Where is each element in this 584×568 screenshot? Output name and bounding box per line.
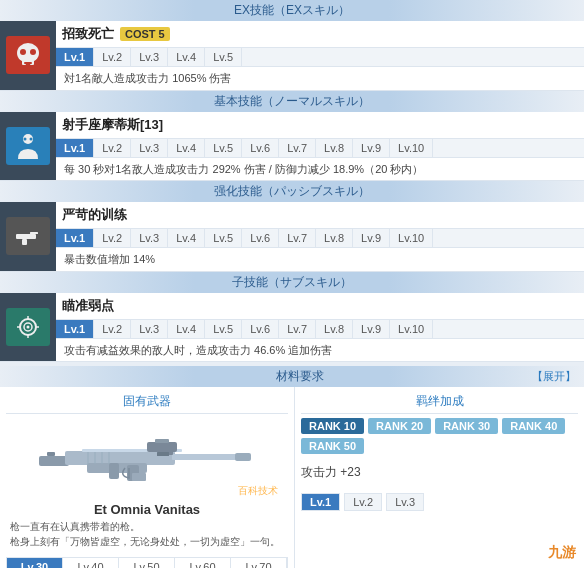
- normal-lv-7[interactable]: Lv.7: [279, 139, 316, 157]
- passive-skill-row: 严苛的训练 Lv.1 Lv.2 Lv.3 Lv.4 Lv.5 Lv.6 Lv.7…: [0, 202, 584, 272]
- normal-lv-2[interactable]: Lv.2: [94, 139, 131, 157]
- passive-lv-2[interactable]: Lv.2: [94, 229, 131, 247]
- sub-skill-desc: 攻击有减益效果的敌人时，造成攻击力 46.6% 追加伤害: [56, 339, 584, 362]
- normal-lv-6[interactable]: Lv.6: [242, 139, 279, 157]
- ex-skill-header: EX技能（EXスキル）: [0, 0, 584, 21]
- ex-skill-section: EX技能（EXスキル） 招致死亡 COST 5 Lv.1: [0, 0, 584, 91]
- ex-lv-1[interactable]: Lv.1: [56, 48, 94, 66]
- sub-skill-name: 瞄准弱点: [62, 297, 114, 315]
- weapon-lv-40[interactable]: Lv.40: [63, 558, 119, 568]
- ex-skill-name: 招致死亡: [62, 25, 114, 43]
- weapon-panel-title: 固有武器: [6, 393, 288, 414]
- rank-lv-2[interactable]: Lv.2: [344, 493, 382, 511]
- passive-skill-header: 强化技能（パッシブスキル）: [0, 181, 584, 202]
- normal-skill-desc: 每 30 秒对1名敌人造成攻击力 292% 伤害 / 防御力减少 18.9%（2…: [56, 158, 584, 181]
- ex-lv-2[interactable]: Lv.2: [94, 48, 131, 66]
- weapon-lv-50[interactable]: Lv.50: [119, 558, 175, 568]
- weapon-panel: 固有武器: [0, 387, 295, 568]
- svg-rect-11: [22, 239, 27, 245]
- rank-badge-30[interactable]: RANK 30: [435, 418, 498, 434]
- ex-skill-name-row: 招致死亡 COST 5: [56, 21, 584, 47]
- ex-skill-icon-img: [6, 36, 50, 74]
- sub-lv-7[interactable]: Lv.7: [279, 320, 316, 338]
- weapon-lv-60[interactable]: Lv.60: [175, 558, 231, 568]
- passive-lv-9[interactable]: Lv.9: [353, 229, 390, 247]
- passive-lv-4[interactable]: Lv.4: [168, 229, 205, 247]
- svg-rect-25: [172, 454, 242, 460]
- sub-skill-content: 瞄准弱点 Lv.1 Lv.2 Lv.3 Lv.4 Lv.5 Lv.6 Lv.7 …: [56, 293, 584, 362]
- passive-skill-content: 严苛的训练 Lv.1 Lv.2 Lv.3 Lv.4 Lv.5 Lv.6 Lv.7…: [56, 202, 584, 271]
- sub-skill-lv-row: Lv.1 Lv.2 Lv.3 Lv.4 Lv.5 Lv.6 Lv.7 Lv.8 …: [56, 319, 584, 339]
- passive-lv-3[interactable]: Lv.3: [131, 229, 168, 247]
- sub-skill-icon: [0, 293, 56, 362]
- normal-lv-3[interactable]: Lv.3: [131, 139, 168, 157]
- svg-rect-9: [16, 234, 36, 239]
- passive-skill-lv-row: Lv.1 Lv.2 Lv.3 Lv.4 Lv.5 Lv.6 Lv.7 Lv.8 …: [56, 228, 584, 248]
- normal-lv-9[interactable]: Lv.9: [353, 139, 390, 157]
- materials-title: 材料要求: [68, 368, 532, 385]
- ex-lv-3[interactable]: Lv.3: [131, 48, 168, 66]
- sub-lv-8[interactable]: Lv.8: [316, 320, 353, 338]
- sub-lv-9[interactable]: Lv.9: [353, 320, 390, 338]
- rank-panel-title: 羁绊加成: [301, 393, 578, 414]
- ex-skill-lv-row: Lv.1 Lv.2 Lv.3 Lv.4 Lv.5: [56, 47, 584, 67]
- passive-skill-name: 严苛的训练: [62, 206, 127, 224]
- weapon-desc: 枪一直有在认真携带着的枪。 枪身上刻有「万物皆虚空，无论身处处，一切为虚空」一句…: [6, 519, 288, 549]
- weapon-name: Et Omnia Vanitas: [6, 502, 288, 517]
- svg-point-4: [30, 49, 36, 55]
- sub-lv-3[interactable]: Lv.3: [131, 320, 168, 338]
- sub-lv-4[interactable]: Lv.4: [168, 320, 205, 338]
- normal-skill-content: 射手座摩蒂斯[13] Lv.1 Lv.2 Lv.3 Lv.4 Lv.5 Lv.6…: [56, 112, 584, 181]
- passive-skill-icon-img: [6, 217, 50, 255]
- sub-skill-header: 子技能（サブスキル）: [0, 272, 584, 293]
- weapon-lv-70[interactable]: Lv.70: [231, 558, 287, 568]
- passive-skill-icon: [0, 202, 56, 271]
- normal-skill-icon-img: [6, 127, 50, 165]
- passive-skill-desc: 暴击数值增加 14%: [56, 248, 584, 271]
- sub-lv-2[interactable]: Lv.2: [94, 320, 131, 338]
- svg-point-7: [24, 137, 27, 140]
- weapon-lv-30[interactable]: Lv.30: [7, 558, 63, 568]
- passive-lv-7[interactable]: Lv.7: [279, 229, 316, 247]
- rank-lv-3[interactable]: Lv.3: [386, 493, 424, 511]
- sub-lv-6[interactable]: Lv.6: [242, 320, 279, 338]
- materials-header: 材料要求 【展开】: [0, 366, 584, 387]
- unfold-button[interactable]: 【展开】: [532, 369, 576, 384]
- normal-lv-5[interactable]: Lv.5: [205, 139, 242, 157]
- rank-badge-10[interactable]: RANK 10: [301, 418, 364, 434]
- normal-lv-10[interactable]: Lv.10: [390, 139, 433, 157]
- normal-skill-header: 基本技能（ノーマルスキル）: [0, 91, 584, 112]
- normal-lv-4[interactable]: Lv.4: [168, 139, 205, 157]
- passive-lv-10[interactable]: Lv.10: [390, 229, 433, 247]
- svg-rect-34: [101, 452, 103, 464]
- rank-badge-20[interactable]: RANK 20: [368, 418, 431, 434]
- passive-lv-1[interactable]: Lv.1: [56, 229, 94, 247]
- ex-lv-4[interactable]: Lv.4: [168, 48, 205, 66]
- rank-panel: 羁绊加成 RANK 10 RANK 20 RANK 30 RANK 40 RAN…: [295, 387, 584, 568]
- sub-skill-row: 瞄准弱点 Lv.1 Lv.2 Lv.3 Lv.4 Lv.5 Lv.6 Lv.7 …: [0, 293, 584, 363]
- sub-lv-1[interactable]: Lv.1: [56, 320, 94, 338]
- passive-lv-5[interactable]: Lv.5: [205, 229, 242, 247]
- normal-skill-name: 射手座摩蒂斯[13]: [62, 116, 163, 134]
- sub-lv-10[interactable]: Lv.10: [390, 320, 433, 338]
- svg-rect-29: [155, 439, 169, 443]
- materials-section: 材料要求 【展开】 固有武器: [0, 366, 584, 568]
- passive-lv-8[interactable]: Lv.8: [316, 229, 353, 247]
- materials-body: 固有武器: [0, 387, 584, 568]
- rank-badge-50[interactable]: RANK 50: [301, 438, 364, 454]
- rank-lv-row: Lv.1 Lv.2 Lv.3: [301, 493, 578, 511]
- normal-lv-1[interactable]: Lv.1: [56, 139, 94, 157]
- ex-lv-5[interactable]: Lv.5: [205, 48, 242, 66]
- sub-lv-5[interactable]: Lv.5: [205, 320, 242, 338]
- normal-lv-8[interactable]: Lv.8: [316, 139, 353, 157]
- rank-stat: 攻击力 +23: [301, 460, 578, 485]
- rank-lv-1[interactable]: Lv.1: [301, 493, 340, 511]
- rank-badge-40[interactable]: RANK 40: [502, 418, 565, 434]
- svg-rect-31: [157, 452, 169, 456]
- passive-lv-6[interactable]: Lv.6: [242, 229, 279, 247]
- normal-skill-lv-row: Lv.1 Lv.2 Lv.3 Lv.4 Lv.5 Lv.6 Lv.7 Lv.8 …: [56, 138, 584, 158]
- svg-rect-19: [39, 456, 69, 466]
- svg-rect-36: [109, 463, 119, 479]
- ex-skill-icon: [0, 21, 56, 90]
- gun-icon: [12, 221, 44, 251]
